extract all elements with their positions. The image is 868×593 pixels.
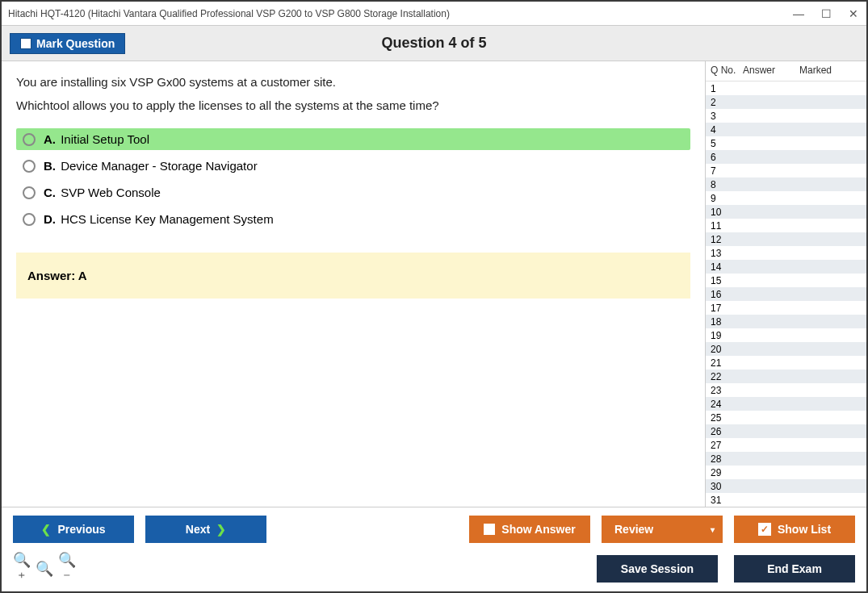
q-number: 27: [711, 440, 738, 451]
q-number: 19: [711, 330, 738, 341]
maximize-icon[interactable]: ☐: [820, 7, 832, 20]
option-d[interactable]: D. HCS License Key Management System: [16, 208, 690, 230]
q-number: 10: [711, 207, 738, 218]
col-q-label: Q No.: [711, 65, 743, 76]
question-list-sidebar: Q No. Answer Marked 12345678910111213141…: [705, 61, 866, 507]
sidebar-header: Q No. Answer Marked: [706, 61, 866, 81]
table-row[interactable]: 25: [706, 411, 866, 424]
q-number: 4: [711, 124, 738, 136]
q-number: 8: [711, 179, 738, 190]
table-row[interactable]: 9: [706, 191, 866, 205]
table-row[interactable]: 27: [706, 438, 866, 452]
sidebar-body[interactable]: 1234567891011121314151617181920212223242…: [706, 81, 866, 507]
table-row[interactable]: 20: [706, 342, 866, 356]
footer-row-2: 🔍⁺ 🔍 🔍⁻ Save Session End Exam: [13, 551, 855, 587]
body: You are installing six VSP Gx00 systems …: [2, 61, 866, 507]
table-row[interactable]: 19: [706, 328, 866, 342]
option-c[interactable]: C. SVP Web Console: [16, 182, 690, 203]
q-number: 16: [711, 289, 738, 300]
option-d-text: HCS License Key Management System: [61, 212, 273, 226]
table-row[interactable]: 8: [706, 177, 866, 191]
option-b[interactable]: B. Device Manager - Storage Navigator: [16, 155, 690, 177]
table-row[interactable]: 11: [706, 219, 866, 232]
q-number: 23: [711, 385, 738, 396]
radio-icon: [23, 213, 36, 226]
header-bar: Mark Question Question 4 of 5: [2, 26, 866, 61]
q-number: 21: [711, 357, 738, 369]
end-exam-button[interactable]: End Exam: [734, 555, 855, 583]
table-row[interactable]: 12: [706, 232, 866, 246]
zoom-icon[interactable]: 🔍: [36, 560, 53, 578]
table-row[interactable]: 26: [706, 424, 866, 438]
col-m-label: Marked: [799, 65, 862, 76]
previous-label: Previous: [57, 523, 105, 536]
table-row[interactable]: 31: [706, 493, 866, 507]
q-number: 24: [711, 399, 738, 410]
table-row[interactable]: 21: [706, 356, 866, 370]
mark-question-button[interactable]: Mark Question: [10, 33, 125, 54]
next-button[interactable]: Next ❯: [145, 516, 266, 543]
question-line-2: Whichtool allows you to apply the licens…: [16, 94, 690, 118]
q-number: 9: [711, 193, 738, 204]
table-row[interactable]: 4: [706, 123, 866, 136]
zoom-in-icon[interactable]: 🔍⁺: [13, 551, 31, 587]
chevron-right-icon: ❯: [216, 523, 226, 536]
q-number: 29: [711, 467, 738, 478]
table-row[interactable]: 22: [706, 370, 866, 383]
window-title: Hitachi HQT-4120 (Hitachi Vantara Qualif…: [8, 8, 792, 19]
table-row[interactable]: 13: [706, 246, 866, 260]
close-icon[interactable]: ✕: [847, 7, 860, 20]
q-number: 25: [711, 412, 738, 424]
q-number: 11: [711, 220, 738, 232]
table-row[interactable]: 14: [706, 260, 866, 274]
table-row[interactable]: 17: [706, 301, 866, 315]
previous-button[interactable]: ❮ Previous: [13, 516, 134, 543]
footer: ❮ Previous Next ❯ Show Answer Review ▾ ✓…: [2, 507, 866, 591]
table-row[interactable]: 30: [706, 479, 866, 493]
q-number: 12: [711, 234, 738, 245]
show-list-button[interactable]: ✓ Show List: [734, 516, 855, 543]
minimize-icon[interactable]: —: [792, 7, 805, 20]
check-icon: ✓: [758, 523, 771, 536]
table-row[interactable]: 16: [706, 287, 866, 301]
end-exam-label: End Exam: [767, 562, 822, 575]
table-row[interactable]: 1: [706, 81, 866, 95]
show-answer-button[interactable]: Show Answer: [469, 516, 590, 543]
titlebar: Hitachi HQT-4120 (Hitachi Vantara Qualif…: [2, 2, 866, 26]
next-label: Next: [186, 523, 210, 536]
table-row[interactable]: 2: [706, 95, 866, 109]
table-row[interactable]: 10: [706, 205, 866, 219]
q-number: 2: [711, 97, 738, 108]
table-row[interactable]: 29: [706, 466, 866, 479]
table-row[interactable]: 6: [706, 150, 866, 164]
review-button[interactable]: Review ▾: [602, 516, 723, 543]
footer-row-1: ❮ Previous Next ❯ Show Answer Review ▾ ✓…: [13, 516, 855, 543]
question-number-label: Question 4 of 5: [381, 35, 486, 52]
answer-box: Answer: A: [16, 253, 690, 299]
options-list: A. Initial Setup Tool B. Device Manager …: [16, 128, 690, 230]
table-row[interactable]: 7: [706, 164, 866, 177]
option-a[interactable]: A. Initial Setup Tool: [16, 128, 690, 150]
q-number: 13: [711, 248, 738, 259]
radio-icon: [23, 186, 36, 199]
zoom-out-icon[interactable]: 🔍⁻: [58, 551, 76, 587]
table-row[interactable]: 18: [706, 315, 866, 328]
table-row[interactable]: 24: [706, 397, 866, 411]
q-number: 31: [711, 495, 738, 506]
review-label: Review: [614, 523, 653, 536]
window-controls: — ☐ ✕: [792, 7, 860, 20]
table-row[interactable]: 3: [706, 109, 866, 123]
checkbox-icon: [484, 524, 495, 535]
radio-icon: [23, 160, 36, 173]
table-row[interactable]: 28: [706, 452, 866, 466]
table-row[interactable]: 5: [706, 136, 866, 150]
q-number: 18: [711, 316, 738, 328]
q-number: 15: [711, 275, 738, 286]
table-row[interactable]: 23: [706, 383, 866, 397]
save-session-button[interactable]: Save Session: [597, 555, 718, 583]
answer-text: Answer: A: [27, 269, 87, 282]
q-number: 7: [711, 165, 738, 177]
col-a-label: Answer: [743, 65, 799, 76]
table-row[interactable]: 15: [706, 274, 866, 287]
show-list-label: Show List: [778, 523, 831, 536]
